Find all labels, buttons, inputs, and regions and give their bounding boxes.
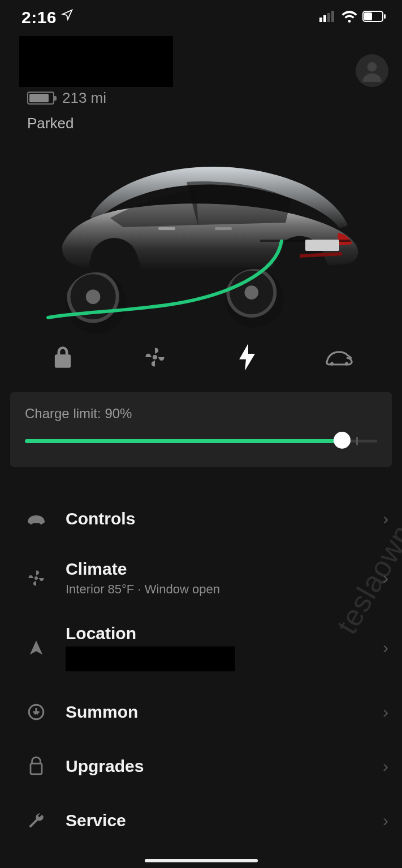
range-text: 213 mi <box>62 89 106 107</box>
menu-item-upgrades[interactable]: Upgrades› <box>0 739 402 793</box>
chevron-right-icon: › <box>383 702 388 722</box>
menu-title: Controls <box>66 509 383 528</box>
menu-sub-redacted <box>66 646 235 671</box>
home-indicator[interactable] <box>145 859 258 862</box>
svg-rect-6 <box>384 14 386 19</box>
cellular-signal-icon <box>319 11 336 24</box>
chevron-right-icon: › <box>383 568 388 588</box>
vehicle-state: Parked <box>27 115 388 132</box>
svg-rect-3 <box>331 11 334 22</box>
menu-item-controls[interactable]: Controls› <box>0 492 402 546</box>
charge-limit-card: Charge limit: 90% <box>10 392 392 467</box>
menu-title: Summon <box>66 702 383 722</box>
svg-rect-2 <box>327 13 330 22</box>
svg-rect-9 <box>305 240 339 251</box>
charge-limit-label: Charge limit: 90% <box>25 406 377 422</box>
menu-title: Service <box>66 811 383 830</box>
svg-point-12 <box>153 355 157 359</box>
svg-rect-10 <box>158 227 175 230</box>
menu-item-service[interactable]: Service› <box>0 793 402 848</box>
vehicle-image <box>11 149 391 330</box>
charge-limit-slider[interactable] <box>25 437 377 444</box>
svg-point-14 <box>345 362 348 366</box>
chevron-right-icon: › <box>383 757 388 776</box>
controls-icon <box>23 511 50 526</box>
vehicle-header: 213 mi Parked <box>0 32 402 132</box>
svg-rect-5 <box>364 12 372 20</box>
charge-button[interactable] <box>230 340 264 374</box>
location-services-icon <box>61 8 74 24</box>
service-icon <box>23 811 50 830</box>
wifi-icon <box>341 10 358 25</box>
summon-icon <box>23 702 50 722</box>
svg-point-17 <box>34 576 38 580</box>
chevron-right-icon: › <box>383 638 388 657</box>
menu-subtitle: Interior 85°F · Window open <box>66 582 383 597</box>
location-icon <box>23 638 50 657</box>
svg-rect-1 <box>323 15 326 22</box>
main-menu: Controls›ClimateInterior 85°F · Window o… <box>0 492 402 848</box>
svg-rect-19 <box>31 763 42 774</box>
svg-rect-11 <box>215 227 232 230</box>
vehicle-name-redacted <box>19 36 173 87</box>
lock-button[interactable] <box>46 340 80 374</box>
battery-status-icon <box>362 11 386 24</box>
climate-icon <box>23 568 50 588</box>
status-bar: 2:16 <box>0 0 402 32</box>
svg-rect-0 <box>319 18 322 22</box>
status-time: 2:16 <box>21 8 57 27</box>
menu-title: Location <box>66 624 383 643</box>
menu-title: Upgrades <box>66 757 383 776</box>
front-wheel-icon <box>66 272 127 333</box>
battery-level-icon <box>27 92 54 105</box>
menu-item-summon[interactable]: Summon› <box>0 685 402 739</box>
svg-point-13 <box>330 362 334 366</box>
quick-actions <box>0 336 402 392</box>
menu-item-climate[interactable]: ClimateInterior 85°F · Window open› <box>0 546 402 610</box>
fan-button[interactable] <box>138 340 172 374</box>
upgrades-icon <box>23 756 50 776</box>
chevron-right-icon: › <box>383 811 388 830</box>
menu-title: Climate <box>66 559 383 579</box>
chevron-right-icon: › <box>383 509 388 528</box>
svg-point-16 <box>40 521 43 524</box>
svg-point-7 <box>368 62 377 72</box>
svg-point-15 <box>29 521 33 524</box>
menu-item-location[interactable]: Location› <box>0 610 402 685</box>
frunk-button[interactable] <box>322 340 356 374</box>
rear-wheel-icon <box>225 269 284 328</box>
car-body-icon <box>57 155 362 285</box>
profile-avatar[interactable] <box>356 54 388 87</box>
